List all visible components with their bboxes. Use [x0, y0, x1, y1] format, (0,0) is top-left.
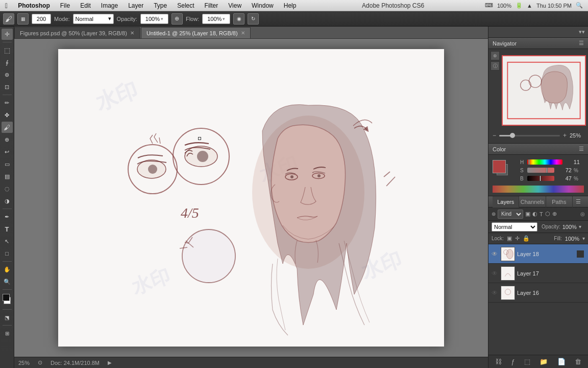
- panel-toggle-icon[interactable]: ▾▾: [579, 29, 585, 35]
- tab-layers[interactable]: Layers: [493, 196, 519, 208]
- new-layer-icon[interactable]: 📄: [557, 358, 566, 365]
- eraser-tool[interactable]: ▭: [2, 158, 13, 170]
- tab-figures-close[interactable]: ✕: [130, 30, 134, 36]
- flow-input[interactable]: 100% ▾: [202, 14, 230, 24]
- layer-row-16[interactable]: 👁 Layer 16: [488, 283, 588, 303]
- menu-image[interactable]: Image: [96, 0, 123, 11]
- layer-16-visibility[interactable]: 👁: [491, 289, 499, 296]
- quick-mask-toggle[interactable]: ⬔: [2, 312, 13, 323]
- zoom-tool[interactable]: 🔍: [2, 276, 13, 287]
- gradient-tool[interactable]: ▤: [2, 171, 13, 182]
- filter-toggle[interactable]: ◎: [580, 211, 585, 217]
- navigator-menu-icon[interactable]: ☰: [579, 40, 584, 47]
- mode-select[interactable]: Normal ▾: [73, 14, 114, 24]
- layer-18-visibility[interactable]: 👁: [491, 250, 499, 258]
- menu-view[interactable]: View: [223, 0, 247, 11]
- smoothing-icon[interactable]: ↻: [248, 13, 259, 25]
- blur-tool[interactable]: ◌: [2, 183, 13, 194]
- lock-pixels-icon[interactable]: ▣: [507, 235, 512, 242]
- type-filter-icon[interactable]: T: [540, 211, 543, 217]
- opacity-label: Opacity:: [542, 224, 560, 229]
- layer-17-visibility[interactable]: 👁: [491, 270, 499, 277]
- tab-paths[interactable]: Paths: [546, 196, 573, 208]
- lock-position-icon[interactable]: ✛: [515, 235, 520, 242]
- clone-tool[interactable]: ⊕: [2, 134, 13, 145]
- b-label: B: [520, 176, 525, 181]
- navigator-title: Navigator: [493, 40, 517, 47]
- bri-slider[interactable]: [527, 176, 554, 181]
- lasso-tool[interactable]: ∮: [2, 57, 13, 68]
- type-tool[interactable]: T: [2, 223, 13, 235]
- menu-photoshop[interactable]: Photoshop: [13, 0, 55, 11]
- spotlight-icon[interactable]: 🔍: [576, 2, 583, 9]
- layer-filter-select[interactable]: Kind: [498, 210, 523, 219]
- healing-tool[interactable]: ✤: [2, 109, 13, 121]
- menu-type[interactable]: Type: [149, 0, 172, 11]
- tablet-pressure-icon[interactable]: ◉: [233, 13, 244, 25]
- menu-help[interactable]: Help: [279, 0, 302, 11]
- fill-arrow-icon[interactable]: ▾: [582, 236, 585, 241]
- fg-color-chip[interactable]: [493, 160, 506, 173]
- blend-mode-select[interactable]: Normal: [492, 222, 537, 232]
- shape-filter-icon[interactable]: ⬡: [545, 211, 550, 217]
- status-arrow-icon[interactable]: ▶: [108, 360, 112, 365]
- canvas-info-icon[interactable]: ⊙: [38, 359, 42, 366]
- zoom-value-display: 25%: [570, 132, 584, 139]
- eyedropper-tool[interactable]: ✏: [2, 97, 13, 108]
- nav-view-icon[interactable]: ⊕: [491, 51, 500, 60]
- sat-slider[interactable]: [527, 168, 554, 173]
- dodge-tool[interactable]: ◑: [2, 195, 13, 206]
- opacity-arrow-icon[interactable]: ▾: [579, 224, 581, 229]
- pixel-filter-icon[interactable]: ▣: [525, 211, 530, 217]
- hue-slider[interactable]: [527, 159, 562, 165]
- lock-all-icon[interactable]: 🔒: [523, 235, 530, 242]
- menu-window[interactable]: Window: [247, 0, 279, 11]
- add-mask-icon[interactable]: ⬚: [524, 358, 530, 365]
- nav-info-icon[interactable]: ⓘ: [491, 61, 500, 71]
- brush-tool-icon[interactable]: 🖌: [3, 13, 14, 25]
- tab-untitled-close[interactable]: ✕: [241, 30, 245, 36]
- menu-select[interactable]: Select: [172, 0, 199, 11]
- layer-row-17[interactable]: 👁 Layer 17: [488, 264, 588, 283]
- layers-bottom-bar: ⛓ ƒ ⬚ 📁 📄 🗑: [488, 355, 588, 368]
- menu-file[interactable]: File: [55, 0, 75, 11]
- tab-channels[interactable]: Channels: [519, 196, 546, 208]
- new-group-icon[interactable]: 📁: [540, 358, 548, 365]
- crop-tool[interactable]: ⊡: [2, 81, 13, 93]
- link-layers-icon[interactable]: ⛓: [495, 358, 502, 365]
- tab-untitled[interactable]: Untitled-1 @ 25% (Layer 18, RGB/8) ✕: [141, 27, 251, 38]
- layers-list: 👁 Layer 18 👁 Layer 17 �: [488, 244, 588, 355]
- menu-edit[interactable]: Edit: [75, 0, 96, 11]
- zoom-in-button[interactable]: +: [563, 132, 567, 139]
- foreground-color-swatch[interactable]: [3, 294, 10, 301]
- marquee-tool[interactable]: ⬚: [2, 44, 13, 56]
- adjustment-filter-icon[interactable]: ◐: [532, 211, 537, 217]
- menu-layer[interactable]: Layer: [123, 0, 149, 11]
- move-tool[interactable]: ✛: [2, 29, 13, 40]
- menu-filter[interactable]: Filter: [200, 0, 224, 11]
- hand-tool[interactable]: ✋: [2, 264, 13, 275]
- history-brush[interactable]: ↩: [2, 146, 13, 157]
- path-select-tool[interactable]: ↖: [2, 236, 13, 247]
- apple-menu[interactable]: : [0, 2, 13, 10]
- shape-tool[interactable]: □: [2, 248, 13, 259]
- screen-mode-toggle[interactable]: ⊞: [2, 328, 13, 339]
- brush-settings-icon[interactable]: ▦: [17, 13, 29, 25]
- tab-figures[interactable]: Figures psd.psd @ 50% (Layer 39, RGB/8) …: [14, 27, 140, 38]
- brush-tool[interactable]: 🖌: [2, 122, 13, 133]
- brush-size-input[interactable]: 200: [32, 14, 51, 24]
- opacity-input[interactable]: 100% ▾: [140, 14, 168, 24]
- layer-row-18[interactable]: 👁 Layer 18: [488, 244, 588, 264]
- zoom-slider[interactable]: [499, 135, 560, 136]
- delete-layer-icon[interactable]: 🗑: [575, 358, 581, 365]
- pen-tool[interactable]: ✒: [2, 211, 13, 222]
- airbrush-toggle[interactable]: ⊕: [172, 13, 183, 25]
- color-panel-menu-icon[interactable]: ☰: [579, 146, 584, 152]
- add-style-icon[interactable]: ƒ: [511, 358, 514, 365]
- zoom-slider-thumb[interactable]: [510, 133, 515, 138]
- zoom-out-button[interactable]: −: [493, 132, 496, 139]
- smart-filter-icon[interactable]: ⊕: [552, 211, 557, 217]
- layers-menu-icon[interactable]: ☰: [573, 198, 584, 205]
- app-title: Adobe Photoshop CS6: [301, 2, 484, 9]
- quick-select-tool[interactable]: ⊛: [2, 69, 13, 80]
